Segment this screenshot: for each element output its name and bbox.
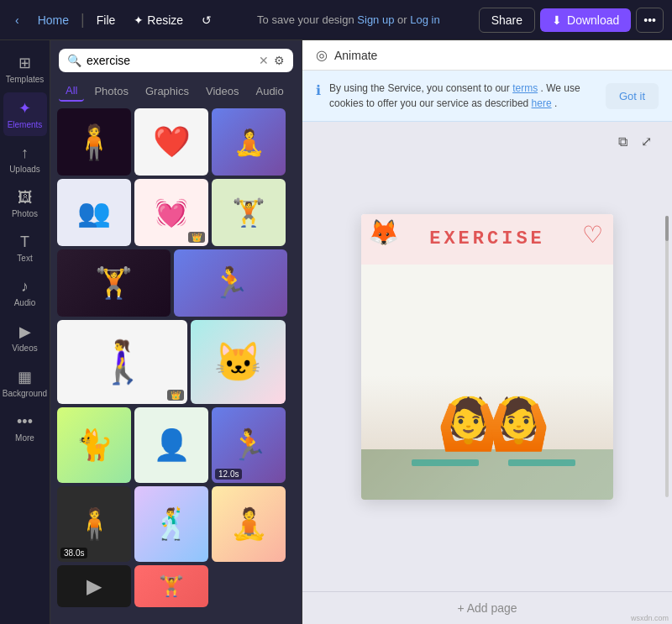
grid-row: 🧍 38.0s 🕺 🧘 <box>57 486 295 562</box>
cookie-notice: ℹ By using the Service, you consent to o… <box>302 71 672 122</box>
cookie-text: By using the Service, you consent to our… <box>329 81 597 111</box>
grid-row: ▶ 🏋️ <box>57 565 295 607</box>
design-canvas[interactable]: 🦊 EXERCISE ♡ 🙆 🙆 <box>361 214 613 500</box>
tab-all[interactable]: All <box>59 81 84 102</box>
more-icon: ••• <box>643 13 656 27</box>
tab-graphics[interactable]: Graphics <box>139 81 196 102</box>
canvas-header: 🦊 EXERCISE ♡ <box>361 214 613 265</box>
photos-icon: 🖼 <box>18 189 33 207</box>
sidebar-item-uploads[interactable]: ↑ Uploads <box>3 138 47 181</box>
grid-row: 🏋️ 🏃 <box>57 249 295 317</box>
sidebar-item-templates[interactable]: ⊞ Templates <box>3 47 47 91</box>
category-tabs: All Photos Graphics Videos Audio <box>50 81 302 102</box>
signup-link[interactable]: Sign up <box>357 13 394 26</box>
duplicate-button[interactable]: ⧉ <box>615 130 631 153</box>
list-item[interactable]: 🏋️ <box>57 249 171 317</box>
sidebar-item-label: Templates <box>6 75 45 84</box>
sidebar-item-label: Elements <box>8 120 43 129</box>
sidebar-item-audio[interactable]: ♪ Audio <box>3 271 47 314</box>
sidebar-item-label: Videos <box>12 343 37 353</box>
list-item[interactable]: 🧍 <box>57 108 131 176</box>
grid-row: 🚶‍♀️ 👑 🐱 <box>57 320 295 404</box>
tab-photos[interactable]: Photos <box>87 81 134 102</box>
canvas-photo: 🙆 🙆 <box>361 265 613 500</box>
audio-icon: ♪ <box>21 278 29 296</box>
terms-link[interactable]: terms <box>512 82 538 94</box>
list-item[interactable]: ❤️ <box>134 108 208 176</box>
heart-icon: ♡ <box>582 221 603 249</box>
sidebar-item-more[interactable]: ••• More <box>3 406 47 449</box>
resize-button[interactable]: ✦ Resize <box>127 10 190 30</box>
search-bar: 🔍 ✕ ⚙ <box>59 49 293 72</box>
canvas-title: EXERCISE <box>429 228 545 249</box>
elements-grid: 🧍 ❤️ 🧘 👥 <box>50 108 302 624</box>
list-item[interactable]: 🏃 <box>174 249 287 317</box>
list-item[interactable]: 👥 <box>57 179 131 246</box>
videos-icon: ▶ <box>19 322 31 341</box>
undo-button[interactable]: ↺ <box>195 10 218 30</box>
download-button[interactable]: ⬇ Download <box>540 8 631 32</box>
duration-badge: 12.0s <box>215 469 242 480</box>
list-item[interactable]: 🐱 <box>191 320 286 404</box>
file-menu-button[interactable]: File <box>90 10 123 30</box>
duration-badge: 38.0s <box>60 548 87 558</box>
tab-videos[interactable]: Videos <box>199 81 246 102</box>
undo-icon: ↺ <box>202 13 212 27</box>
list-item[interactable]: 🏋️ <box>134 565 208 607</box>
list-item[interactable]: 🧍 38.0s <box>57 486 131 562</box>
list-item[interactable]: 👤 <box>134 407 208 483</box>
list-item[interactable]: ▶ <box>57 565 131 607</box>
list-item[interactable]: 🚶‍♀️ 👑 <box>57 320 187 404</box>
list-item[interactable]: 💓 👑 <box>134 179 208 246</box>
list-item[interactable]: 🧘 <box>212 108 286 176</box>
canvas-toolbar: ⧉ ⤢ <box>615 130 655 153</box>
elements-icon: ✦ <box>18 99 31 118</box>
got-it-button[interactable]: Got it <box>606 83 659 109</box>
top-navigation: ‹ Home | File ✦ Resize ↺ To save your de… <box>0 0 672 40</box>
fullscreen-button[interactable]: ⤢ <box>638 130 655 153</box>
login-link[interactable]: Log in <box>410 13 439 26</box>
share-button[interactable]: Share <box>479 8 535 33</box>
download-icon: ⬇ <box>552 13 562 27</box>
list-item[interactable]: 🏃 12.0s <box>212 407 286 483</box>
canvas-area: ◎ Animate ℹ By using the Service, you co… <box>302 40 672 624</box>
search-input[interactable] <box>87 54 254 67</box>
nav-separator: | <box>81 11 85 29</box>
clear-search-button[interactable]: ✕ <box>259 54 269 67</box>
add-page-button[interactable]: + Add page <box>457 601 517 615</box>
here-link[interactable]: here <box>532 97 552 109</box>
templates-icon: ⊞ <box>18 54 31 72</box>
sidebar-item-background[interactable]: ▦ Background <box>3 361 47 405</box>
sidebar-item-photos[interactable]: 🖼 Photos <box>3 182 47 225</box>
sidebar-item-videos[interactable]: ▶ Videos <box>3 316 47 359</box>
add-page-bar: + Add page <box>302 591 672 624</box>
search-icon: 🔍 <box>67 54 81 67</box>
person-2: 🙆 <box>487 394 550 454</box>
more-options-button[interactable]: ••• <box>636 8 664 33</box>
crown-badge: 👑 <box>188 232 205 243</box>
crown-badge: 👑 <box>167 390 184 401</box>
list-item[interactable]: 🕺 <box>134 486 208 562</box>
floor <box>361 449 613 500</box>
list-item[interactable]: 🏋️ <box>212 179 286 246</box>
scrollbar-thumb <box>665 216 669 241</box>
canvas-scrollbar[interactable] <box>665 216 669 497</box>
back-button[interactable]: ‹ <box>8 10 26 30</box>
yoga-scene: 🙆 🙆 <box>361 265 613 500</box>
list-item[interactable]: 🧘 <box>212 486 286 562</box>
more-icon: ••• <box>17 413 33 431</box>
home-button[interactable]: Home <box>31 10 76 30</box>
elements-panel: 🔍 ✕ ⚙ All Photos Graphics Videos Audio 🧍 <box>50 40 302 624</box>
grid-row: 🐈 👤 🏃 12.0s <box>57 407 295 483</box>
uploads-icon: ↑ <box>21 144 29 162</box>
background-icon: ▦ <box>18 368 32 386</box>
animate-label: Animate <box>334 49 377 62</box>
tab-audio[interactable]: Audio <box>249 81 290 102</box>
filter-icon[interactable]: ⚙ <box>274 54 285 67</box>
main-layout: ⊞ Templates ✦ Elements ↑ Uploads 🖼 Photo… <box>0 40 672 624</box>
animate-icon: ◎ <box>316 47 328 63</box>
sidebar-item-elements[interactable]: ✦ Elements <box>3 92 47 136</box>
sidebar-item-text[interactable]: T Text <box>3 227 47 270</box>
list-item[interactable]: 🐈 <box>57 407 131 483</box>
save-prompt: To save your design Sign up or Log in <box>223 13 474 26</box>
